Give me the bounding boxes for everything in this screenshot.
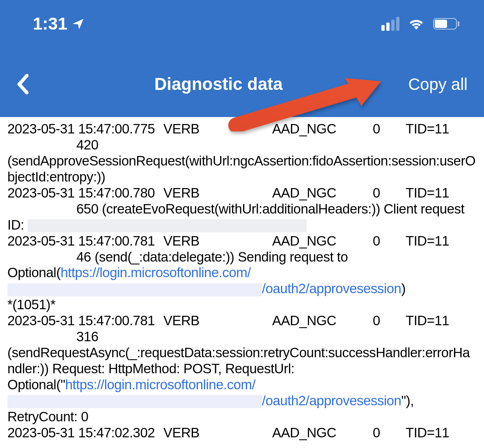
log-code: 0 — [373, 185, 406, 201]
log-link[interactable]: /oauth2/approvesession — [262, 281, 401, 296]
log-message: (sendApproveSessionRequest(withUrl:ngcAs… — [7, 153, 475, 184]
log-tid: TID=11 — [406, 313, 449, 329]
log-tag: AAD_NGC — [272, 313, 373, 329]
log-timestamp: 2023-05-31 15:47:00.781 — [7, 233, 163, 249]
log-tag: AAD_NGC — [272, 425, 373, 441]
log-level: VERB — [163, 121, 272, 137]
log-list[interactable]: 2023-05-31 15:47:00.775 VERB AAD_NGC 0 T… — [0, 117, 484, 441]
log-link[interactable]: https://login.microsoftonline.com/ — [60, 265, 251, 280]
log-link[interactable]: https://login.microsoftonline.com/ — [65, 377, 256, 392]
log-line: 420 — [7, 137, 99, 152]
log-link[interactable]: /oauth2/approvesession — [262, 393, 401, 408]
log-tag: AAD_NGC — [272, 233, 373, 249]
back-button[interactable] — [16, 74, 29, 94]
log-line: 316 — [7, 329, 99, 344]
log-code: 0 — [373, 425, 406, 441]
battery-icon — [433, 18, 459, 30]
page-title: Diagnostic data — [154, 74, 283, 94]
log-level: VERB — [163, 425, 272, 441]
log-timestamp: 2023-05-31 15:47:00.775 — [7, 121, 163, 137]
cellular-icon — [381, 17, 399, 31]
redacted-id — [28, 219, 307, 232]
copy-all-button[interactable]: Copy all — [408, 75, 468, 94]
log-tail: *(1051)* — [7, 297, 55, 312]
log-tag: AAD_NGC — [272, 185, 373, 201]
log-entry: 2023-05-31 15:47:00.780 VERB AAD_NGC 0 T… — [7, 185, 477, 233]
log-tid: TID=11 — [406, 185, 449, 201]
wifi-icon — [408, 18, 424, 30]
log-level: VERB — [163, 313, 272, 329]
status-indicators — [381, 17, 459, 31]
log-entry: 2023-05-31 15:47:00.775 VERB AAD_NGC 0 T… — [7, 121, 477, 185]
status-time-group: 1:31 — [33, 14, 85, 34]
status-time: 1:31 — [33, 14, 67, 34]
log-line: 46 — [76, 249, 91, 264]
log-level: VERB — [163, 185, 272, 201]
log-timestamp: 2023-05-31 15:47:00.781 — [7, 313, 163, 329]
log-tid: TID=11 — [406, 121, 449, 137]
log-entry: 2023-05-31 15:47:00.781 VERB AAD_NGC 0 T… — [7, 313, 477, 425]
log-tid: TID=11 — [406, 233, 449, 249]
log-tag: AAD_NGC — [272, 121, 373, 137]
log-code: 0 — [373, 233, 406, 249]
log-tid: TID=11 — [406, 425, 449, 441]
log-message: ) — [401, 281, 406, 296]
log-level: VERB — [163, 233, 272, 249]
log-timestamp: 2023-05-31 15:47:00.780 — [7, 185, 163, 201]
log-timestamp: 2023-05-31 15:47:02.302 — [7, 425, 163, 441]
log-line: 650 — [76, 201, 99, 216]
log-code: 0 — [373, 313, 406, 329]
redacted-tenant — [7, 283, 262, 296]
location-icon — [71, 17, 85, 30]
log-entry: 2023-05-31 15:47:00.781 VERB AAD_NGC 0 T… — [7, 233, 477, 313]
redacted-tenant — [7, 395, 262, 408]
nav-bar: Diagnostic data Copy all — [0, 60, 484, 117]
log-code: 0 — [373, 121, 406, 137]
status-bar: 1:31 — [0, 0, 484, 60]
log-entry: 2023-05-31 15:47:02.302 VERB AAD_NGC 0 T… — [7, 425, 477, 441]
